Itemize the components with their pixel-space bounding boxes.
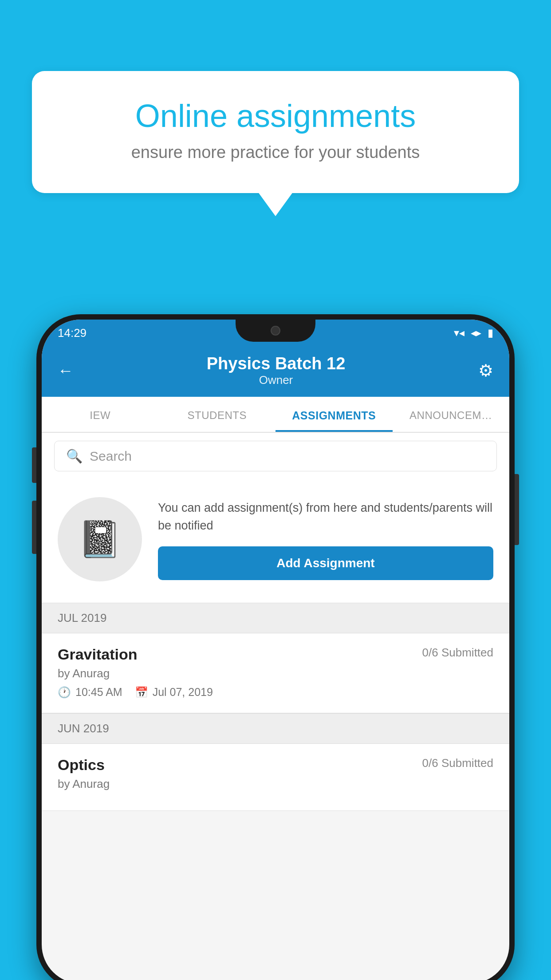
tabs-container: IEW STUDENTS ASSIGNMENTS ANNOUNCEM…: [42, 397, 509, 433]
phone-frame: 14:29 ▾◂ ◂▸ ▮ ← Physics Batch 12 Owner ⚙: [36, 314, 515, 980]
search-icon: 🔍: [66, 448, 83, 464]
section-header-jul: JUL 2019: [42, 603, 509, 633]
search-input[interactable]: Search: [90, 449, 132, 464]
clock-icon: 🕐: [58, 686, 71, 699]
add-assignment-card: 📓 You can add assignment(s) from here an…: [42, 479, 509, 603]
scrollable-content: 🔍 Search 📓 You can add assignment(s) fro…: [42, 433, 509, 980]
assignment-name-optics: Optics: [58, 756, 105, 774]
assignment-time-gravitation: 10:45 AM: [75, 686, 122, 699]
notebook-icon-circle: 📓: [58, 497, 142, 581]
section-header-jun-text: JUN 2019: [58, 722, 109, 735]
side-btn-volume-down: [32, 501, 36, 554]
status-icons: ▾◂ ◂▸ ▮: [454, 327, 493, 339]
app-header: ← Physics Batch 12 Owner ⚙: [42, 346, 509, 397]
phone-notch: [236, 320, 315, 342]
tab-assignments[interactable]: ASSIGNMENTS: [276, 397, 393, 432]
screen-wrapper: 14:29 ▾◂ ◂▸ ▮ ← Physics Batch 12 Owner ⚙: [42, 320, 509, 980]
speech-bubble-subtitle: ensure more practice for your students: [67, 143, 484, 162]
assignment-submitted-gravitation: 0/6 Submitted: [422, 646, 493, 660]
tab-students[interactable]: STUDENTS: [159, 397, 276, 432]
assignment-by-gravitation: by Anurag: [58, 667, 493, 680]
notebook-icon: 📓: [78, 518, 122, 560]
header-center: Physics Batch 12 Owner: [207, 354, 346, 387]
battery-icon: ▮: [488, 327, 493, 339]
tab-iew[interactable]: IEW: [42, 397, 159, 432]
meta-date-gravitation: 📅 Jul 07, 2019: [135, 686, 213, 699]
meta-time-gravitation: 🕐 10:45 AM: [58, 686, 122, 699]
calendar-icon: 📅: [135, 686, 148, 699]
side-btn-volume-up: [32, 447, 36, 483]
settings-button[interactable]: ⚙: [478, 361, 493, 380]
speech-bubble: Online assignments ensure more practice …: [32, 71, 519, 193]
side-btn-power: [515, 474, 519, 545]
assignment-date-gravitation: Jul 07, 2019: [153, 686, 213, 699]
assignment-item-optics[interactable]: Optics 0/6 Submitted by Anurag: [42, 744, 509, 811]
assignment-by-optics: by Anurag: [58, 777, 493, 791]
assignment-submitted-optics: 0/6 Submitted: [422, 756, 493, 770]
speech-bubble-arrow: [258, 192, 293, 216]
section-header-jul-text: JUL 2019: [58, 611, 106, 624]
add-assignment-description: You can add assignment(s) from here and …: [158, 499, 493, 535]
speech-bubble-title: Online assignments: [67, 98, 484, 134]
assignment-meta-gravitation: 🕐 10:45 AM 📅 Jul 07, 2019: [58, 686, 493, 699]
search-bar[interactable]: 🔍 Search: [54, 441, 497, 471]
add-assignment-text-section: You can add assignment(s) from here and …: [158, 499, 493, 580]
header-subtitle: Owner: [207, 373, 346, 387]
wifi-icon: ▾◂: [454, 327, 464, 339]
assignment-row1-optics: Optics 0/6 Submitted: [58, 756, 493, 774]
camera-dot: [271, 326, 280, 336]
tab-announcements[interactable]: ANNOUNCEM…: [393, 397, 510, 432]
header-title: Physics Batch 12: [207, 354, 346, 373]
speech-bubble-container: Online assignments ensure more practice …: [32, 71, 519, 193]
search-bar-container: 🔍 Search: [42, 433, 509, 479]
assignment-row1: Gravitation 0/6 Submitted: [58, 646, 493, 663]
status-time: 14:29: [58, 326, 87, 340]
back-button[interactable]: ←: [58, 361, 74, 380]
signal-icon: ◂▸: [471, 327, 481, 339]
section-header-jun: JUN 2019: [42, 713, 509, 744]
phone-screen: 14:29 ▾◂ ◂▸ ▮ ← Physics Batch 12 Owner ⚙: [42, 320, 509, 980]
add-assignment-button[interactable]: Add Assignment: [158, 546, 493, 580]
assignment-name-gravitation: Gravitation: [58, 646, 137, 663]
assignment-item-gravitation[interactable]: Gravitation 0/6 Submitted by Anurag 🕐 10…: [42, 633, 509, 713]
